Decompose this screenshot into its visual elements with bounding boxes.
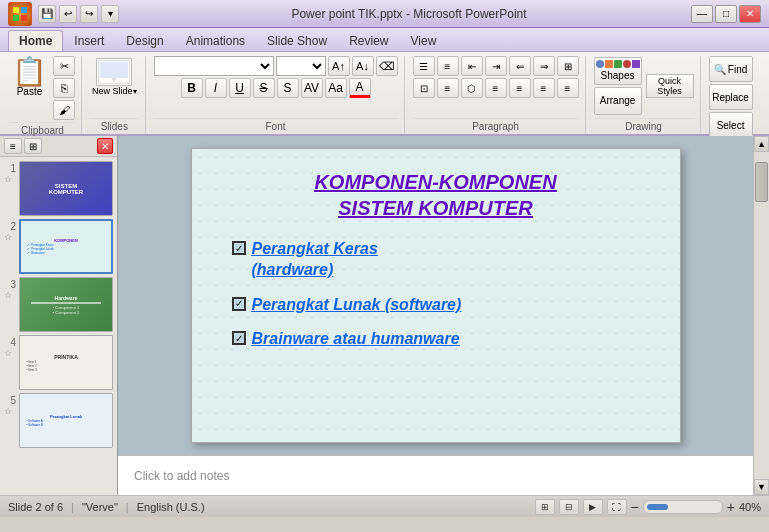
- font-bottom-row: B I U S S AV Aa A: [181, 78, 371, 98]
- bold-button[interactable]: B: [181, 78, 203, 98]
- drawing-group: Shapes Arrange Quick Styles Drawing: [588, 56, 701, 134]
- center-col: KOMPONEN-KOMPONEN SISTEM KOMPUTER ✓ Pera…: [118, 136, 753, 495]
- text-direction-btn[interactable]: ⊡: [413, 78, 435, 98]
- paste-icon: 📋: [12, 58, 47, 86]
- align-left-btn[interactable]: ≡: [485, 78, 507, 98]
- maximize-button[interactable]: □: [715, 5, 737, 23]
- slide-preview-2: KOMPONEN ✔ Perangkat Keras ✔ Perangkat L…: [19, 219, 113, 274]
- redo-quick-btn[interactable]: ↪: [80, 5, 98, 23]
- shadow-button[interactable]: S: [277, 78, 299, 98]
- zoom-level: 40%: [739, 501, 761, 513]
- clipboard-group: 📋 Paste ✂ ⎘ 🖌 Clipboard: [4, 56, 82, 134]
- tab-view[interactable]: View: [400, 30, 448, 51]
- slide-thumb-3[interactable]: 3 ☆ Hardware • Component 1 • Component 2: [4, 277, 113, 332]
- bullets-button[interactable]: ☰: [413, 56, 435, 76]
- spacing-button[interactable]: AV: [301, 78, 323, 98]
- slides-view-btn[interactable]: ⊞: [24, 138, 42, 154]
- clear-format-btn[interactable]: ⌫: [376, 56, 398, 76]
- font-size-select[interactable]: [276, 56, 326, 76]
- customize-quick-btn[interactable]: ▾: [101, 5, 119, 23]
- notes-area[interactable]: Click to add notes: [118, 455, 753, 495]
- vertical-scrollbar[interactable]: ▲ ▼: [753, 136, 769, 495]
- tab-design[interactable]: Design: [115, 30, 174, 51]
- color-button[interactable]: A: [349, 78, 371, 98]
- decrease-font-btn[interactable]: A↓: [352, 56, 374, 76]
- paste-button[interactable]: 📋 Paste: [10, 56, 49, 99]
- quick-styles-button[interactable]: Quick Styles: [646, 74, 694, 98]
- panel-close-btn[interactable]: ✕: [97, 138, 113, 154]
- undo-quick-btn[interactable]: ↩: [59, 5, 77, 23]
- find-icon: 🔍: [714, 64, 726, 75]
- justify-btn[interactable]: ≡: [557, 78, 579, 98]
- align-center-btn[interactable]: ≡: [509, 78, 531, 98]
- italic-button[interactable]: I: [205, 78, 227, 98]
- slideshow-btn[interactable]: ⛶: [607, 499, 627, 515]
- case-button[interactable]: Aa: [325, 78, 347, 98]
- ltr-btn[interactable]: ⇒: [533, 56, 555, 76]
- slide-sorter-btn[interactable]: ⊟: [559, 499, 579, 515]
- slide-thumb-4[interactable]: 4 ☆ PRINTIKA • Item 1 • Item 2 • Item 3: [4, 335, 113, 390]
- tab-slideshow[interactable]: Slide Show: [256, 30, 338, 51]
- slide-thumb-5[interactable]: 5 ☆ Perangkat Lunak • Software A • Softw…: [4, 393, 113, 448]
- font-name-select[interactable]: [154, 56, 274, 76]
- tab-insert[interactable]: Insert: [63, 30, 115, 51]
- office-button[interactable]: [8, 2, 32, 26]
- tab-animations[interactable]: Animations: [175, 30, 256, 51]
- rtl-btn[interactable]: ⇐: [509, 56, 531, 76]
- arrange-button[interactable]: Arrange: [594, 87, 642, 115]
- scroll-track[interactable]: [754, 152, 769, 479]
- slide-thumb-1[interactable]: 1 ☆ SISTEM KOMPUTER: [4, 161, 113, 216]
- align-right-btn[interactable]: ≡: [533, 78, 555, 98]
- columns-btn[interactable]: ⊞: [557, 56, 579, 76]
- scroll-up-btn[interactable]: ▲: [754, 136, 769, 152]
- increase-indent-btn[interactable]: ⇥: [485, 56, 507, 76]
- theme-name: "Verve": [82, 501, 118, 513]
- drawing-label: Drawing: [594, 118, 694, 134]
- svg-rect-3: [21, 15, 27, 21]
- slide-content: ✓ Perangkat Keras (hardware) ✓ Perangkat…: [232, 239, 660, 364]
- cut-button[interactable]: ✂: [53, 56, 75, 76]
- font-label: Font: [154, 118, 398, 134]
- close-button[interactable]: ✕: [739, 5, 761, 23]
- zoom-plus[interactable]: +: [727, 499, 735, 515]
- slide-thumb-2[interactable]: 2 ☆ KOMPONEN ✔ Perangkat Keras ✔ Perangk…: [4, 219, 113, 274]
- main-area: ≡ ⊞ ✕ 1 ☆ SISTEM KOMPUTER: [0, 136, 769, 495]
- shapes-button[interactable]: Shapes: [594, 57, 642, 85]
- numbering-button[interactable]: ≡: [437, 56, 459, 76]
- format-paint-button[interactable]: 🖌: [53, 100, 75, 120]
- minimize-button[interactable]: —: [691, 5, 713, 23]
- underline-button[interactable]: U: [229, 78, 251, 98]
- slide-canvas[interactable]: KOMPONEN-KOMPONEN SISTEM KOMPUTER ✓ Pera…: [191, 148, 681, 443]
- convert-smartart-btn[interactable]: ⬡: [461, 78, 483, 98]
- increase-font-btn[interactable]: A↑: [328, 56, 350, 76]
- zoom-slider[interactable]: [643, 500, 723, 514]
- save-quick-btn[interactable]: 💾: [38, 5, 56, 23]
- find-button[interactable]: 🔍 Find: [709, 56, 753, 82]
- status-right: ⊞ ⊟ ▶ ⛶ − + 40%: [535, 499, 761, 515]
- copy-button[interactable]: ⎘: [53, 78, 75, 98]
- title-bar: 💾 ↩ ↪ ▾ Power point TIK.pptx - Microsoft…: [0, 0, 769, 28]
- language: English (U.S.): [137, 501, 205, 513]
- outline-view-btn[interactable]: ≡: [4, 138, 22, 154]
- zoom-minus[interactable]: −: [631, 499, 639, 515]
- slide-preview-1: SISTEM KOMPUTER: [19, 161, 113, 216]
- window-controls: — □ ✕: [691, 5, 761, 23]
- replace-button[interactable]: Replace: [709, 84, 753, 110]
- decrease-indent-btn[interactable]: ⇤: [461, 56, 483, 76]
- tab-home[interactable]: Home: [8, 30, 63, 51]
- scroll-down-btn[interactable]: ▼: [754, 479, 769, 495]
- canvas-wrapper: KOMPONEN-KOMPONEN SISTEM KOMPUTER ✓ Pera…: [118, 136, 753, 455]
- normal-view-btn[interactable]: ⊞: [535, 499, 555, 515]
- ribbon-tabs: Home Insert Design Animations Slide Show…: [0, 28, 769, 52]
- item3-text: Brainware atau humanware: [252, 329, 460, 350]
- svg-rect-2: [13, 15, 19, 21]
- new-slide-button[interactable]: New Slide ▾: [90, 56, 139, 98]
- select-button[interactable]: Select: [709, 112, 753, 138]
- status-bar: Slide 2 of 6 | "Verve" | English (U.S.) …: [0, 495, 769, 517]
- strikethrough-button[interactable]: S: [253, 78, 275, 98]
- scroll-thumb[interactable]: [755, 162, 768, 202]
- align-text-btn[interactable]: ≡: [437, 78, 459, 98]
- reading-view-btn[interactable]: ▶: [583, 499, 603, 515]
- checkbox-1: ✓: [232, 241, 246, 255]
- tab-review[interactable]: Review: [338, 30, 399, 51]
